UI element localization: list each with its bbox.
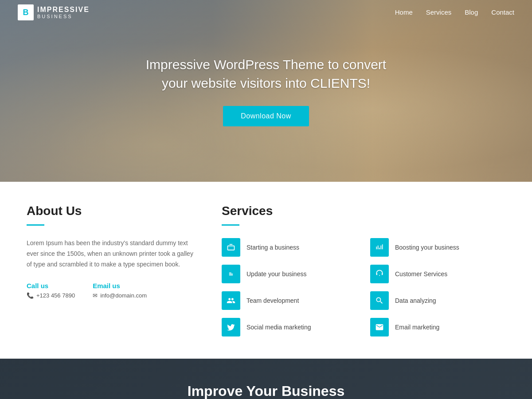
cta-section: Improve Your Business It is a long estab… bbox=[0, 359, 532, 399]
download-now-button[interactable]: Download Now bbox=[223, 106, 309, 126]
call-value: +123 456 7890 bbox=[36, 292, 75, 299]
service-icon-update bbox=[222, 265, 240, 283]
about-body: Lorem Ipsum has been the industry's stan… bbox=[27, 238, 195, 270]
service-label-social: Social media marketing bbox=[246, 324, 311, 331]
service-item-boosting[interactable]: Boosting your business bbox=[370, 238, 505, 257]
service-label-boosting: Boosting your business bbox=[395, 244, 459, 251]
nav-contact[interactable]: Contact bbox=[491, 8, 514, 16]
services-grid: Starting a business Boosting your busine… bbox=[222, 238, 505, 336]
hero-content: Impressive WordPress Theme to convert yo… bbox=[137, 47, 395, 135]
call-label[interactable]: Call us bbox=[27, 282, 75, 289]
service-item-starting[interactable]: Starting a business bbox=[222, 238, 357, 257]
service-item-social[interactable]: Social media marketing bbox=[222, 318, 357, 336]
phone-icon: 📞 bbox=[27, 292, 34, 299]
about-title: About Us bbox=[27, 204, 195, 218]
services-title: Services bbox=[222, 204, 505, 218]
service-item-customer[interactable]: Customer Services bbox=[370, 265, 505, 283]
service-label-data: Data analyzing bbox=[395, 297, 436, 304]
logo-text: IMPRESSIVE BUSINESS bbox=[37, 6, 90, 19]
service-item-email[interactable]: Email marketing bbox=[370, 318, 505, 336]
service-icon-boosting bbox=[370, 238, 389, 257]
service-label-starting: Starting a business bbox=[246, 244, 299, 251]
service-icon-email bbox=[370, 318, 389, 336]
hero-section: Impressive WordPress Theme to convert yo… bbox=[0, 0, 532, 182]
service-item-update[interactable]: Update your business bbox=[222, 265, 357, 283]
content-section: About Us Lorem Ipsum has been the indust… bbox=[0, 182, 532, 359]
email-label[interactable]: Email us bbox=[93, 282, 147, 289]
nav-services[interactable]: Services bbox=[426, 8, 452, 16]
nav-home[interactable]: Home bbox=[395, 8, 413, 16]
service-label-email: Email marketing bbox=[395, 324, 439, 331]
call-detail: 📞 +123 456 7890 bbox=[27, 292, 75, 299]
service-icon-data bbox=[370, 291, 389, 310]
email-value: info@domain.com bbox=[100, 292, 147, 299]
service-icon-customer bbox=[370, 265, 389, 283]
contact-row: Call us 📞 +123 456 7890 Email us ✉ info@… bbox=[27, 282, 195, 299]
logo-icon: B bbox=[18, 4, 34, 20]
service-label-customer: Customer Services bbox=[395, 270, 447, 278]
hero-title: Impressive WordPress Theme to convert yo… bbox=[146, 55, 386, 93]
about-column: About Us Lorem Ipsum has been the indust… bbox=[27, 204, 195, 336]
envelope-icon: ✉ bbox=[93, 292, 98, 299]
main-nav: B IMPRESSIVE BUSINESS Home Services Blog… bbox=[0, 0, 532, 25]
service-label-team: Team development bbox=[246, 297, 299, 304]
service-icon-starting bbox=[222, 238, 240, 257]
services-underline bbox=[222, 224, 239, 226]
nav-links: Home Services Blog Contact bbox=[395, 8, 514, 16]
email-detail: ✉ info@domain.com bbox=[93, 292, 147, 299]
service-icon-team bbox=[222, 291, 240, 310]
services-column: Services Starting a business Boosting yo… bbox=[222, 204, 505, 336]
call-block: Call us 📞 +123 456 7890 bbox=[27, 282, 75, 299]
cta-title: Improve Your Business bbox=[27, 383, 505, 399]
about-underline bbox=[27, 224, 44, 226]
email-block: Email us ✉ info@domain.com bbox=[93, 282, 147, 299]
service-icon-social bbox=[222, 318, 240, 336]
service-item-team[interactable]: Team development bbox=[222, 291, 357, 310]
service-label-update: Update your business bbox=[246, 270, 306, 278]
logo: B IMPRESSIVE BUSINESS bbox=[18, 4, 90, 20]
nav-blog[interactable]: Blog bbox=[465, 8, 478, 16]
service-item-data[interactable]: Data analyzing bbox=[370, 291, 505, 310]
